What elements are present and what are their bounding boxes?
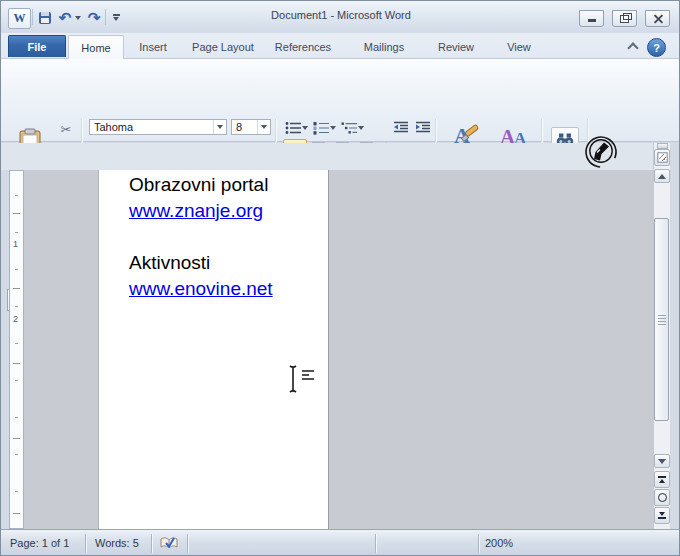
spellcheck-book-icon [159,535,179,551]
separator [85,534,87,553]
double-up-icon [659,479,665,483]
ruler-number: 1 [12,240,19,249]
separator [478,534,480,553]
minimize-icon [588,19,596,22]
chevron-down-icon [257,120,270,134]
view-ruler-toggle-button[interactable] [654,149,670,166]
triangle-down-icon [658,459,666,464]
tab-view[interactable]: View [496,35,542,57]
hyperlink[interactable]: www.enovine.net [129,278,273,300]
triangle-up-icon [658,174,666,179]
tab-file[interactable]: File [8,35,66,57]
decrease-indent-button[interactable] [391,119,411,136]
ruler-toggle-icon [657,152,668,163]
logo-stamp-overlay [583,132,619,170]
tab-page-layout[interactable]: Page Layout [182,35,264,57]
close-button[interactable] [645,10,670,27]
scroll-up-button[interactable] [654,169,670,183]
numbering-icon [313,121,330,135]
restore-button[interactable] [612,10,637,27]
title-bar: W ↶ ↷ Document1 - Microsoft Word [1,1,680,34]
bullets-button[interactable] [283,119,309,136]
separator [151,534,153,553]
scroll-down-button[interactable] [654,454,670,468]
collapse-ribbon-button[interactable] [625,39,641,53]
ruler-number: 2 [12,315,19,324]
zoom-level-label[interactable]: 200% [485,537,513,549]
multilevel-list-icon [341,121,358,135]
ribbon: Paste ✂ Clipboard Tahoma 8 [1,58,680,142]
document-line: Aktivnosti [129,252,210,274]
document-page[interactable]: Obrazovni portal www.znanje.org Aktivnos… [98,170,329,529]
close-icon [653,14,663,24]
proofing-status-button[interactable] [159,535,179,555]
vertical-ruler[interactable] [9,170,24,529]
help-button[interactable]: ? [647,38,666,57]
previous-page-button[interactable] [654,471,670,488]
scrollbar-thumb[interactable] [654,218,669,421]
tab-home[interactable]: Home [68,35,124,59]
restore-icon [620,15,629,23]
font-size-value: 8 [236,121,242,133]
chevron-down-icon [302,126,308,130]
font-size-combobox[interactable]: 8 [231,119,271,135]
word-count[interactable]: Words: 5 [95,537,139,549]
circle-icon [658,493,667,502]
tab-mailings[interactable]: Mailings [352,35,416,57]
chevron-down-icon [213,120,226,134]
hyperlink[interactable]: www.znanje.org [129,200,263,222]
cut-button[interactable]: ✂ [55,120,77,139]
select-browse-object-button[interactable] [654,489,670,506]
tab-insert[interactable]: Insert [126,35,180,57]
ibeam-cursor [287,363,321,395]
increase-indent-button[interactable] [413,119,433,136]
document-line: Obrazovni portal [129,174,268,196]
chevron-down-icon [330,126,336,130]
font-name-combobox[interactable]: Tahoma [89,119,227,135]
word-window: W ↶ ↷ Document1 - Microsoft Word File Ho… [0,0,680,556]
numbering-button[interactable] [311,119,337,136]
page-count[interactable]: Page: 1 of 1 [10,537,69,549]
next-page-button[interactable] [654,507,670,524]
chevron-up-icon [627,42,638,53]
multilevel-list-button[interactable] [339,119,365,136]
separator [375,534,377,553]
document-canvas: Obrazovni portal www.znanje.org Aktivnos… [24,170,653,529]
decrease-indent-icon [393,121,409,134]
tab-review[interactable]: Review [428,35,484,57]
separator [187,534,189,553]
double-down-icon [659,512,665,516]
ruler-row: L 1 2 [1,143,653,170]
bar-icon [658,517,666,519]
status-bar: Page: 1 of 1 Words: 5 [1,529,680,556]
ribbon-tab-bar: File Home Insert Page Layout References … [1,33,680,58]
bar-icon [658,476,666,478]
bullets-icon [285,121,302,135]
thumb-grip [658,315,666,316]
tab-references[interactable]: References [266,35,340,57]
minimize-button[interactable] [579,10,604,27]
chevron-down-icon [358,126,364,130]
increase-indent-icon [415,121,431,134]
font-name-value: Tahoma [94,121,133,133]
